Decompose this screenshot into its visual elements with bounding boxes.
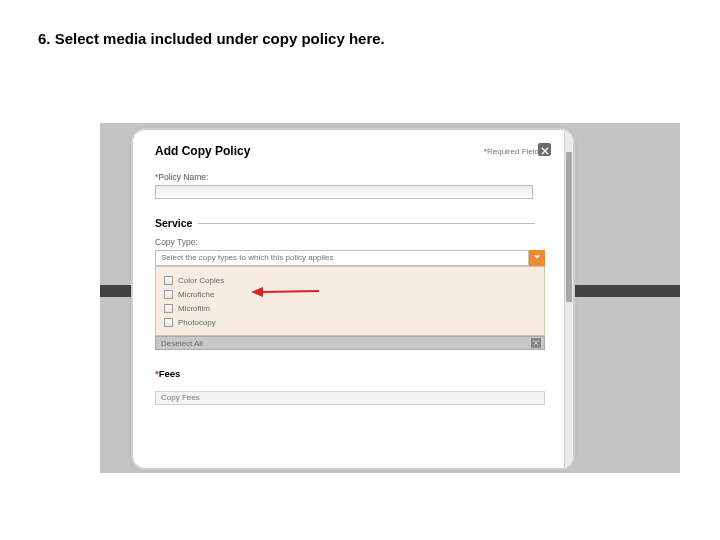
option-photocopy[interactable]: Photocopy xyxy=(164,315,536,329)
scrollbar[interactable] xyxy=(564,130,573,468)
required-fields-text: Required Fields xyxy=(487,147,543,156)
option-label: Color Copies xyxy=(178,276,224,285)
collapse-button[interactable] xyxy=(531,338,541,348)
option-microfilm[interactable]: Microfilm xyxy=(164,301,536,315)
close-icon xyxy=(541,141,549,159)
fees-section-label: *Fees xyxy=(155,368,563,379)
modal-header: Add Copy Policy *Required Fields xyxy=(155,144,563,158)
option-microfiche[interactable]: Microfiche xyxy=(164,287,536,301)
option-color-copies[interactable]: Color Copies xyxy=(164,273,536,287)
checkbox[interactable] xyxy=(164,276,173,285)
section-service-title: Service xyxy=(155,217,192,229)
dropdown-placeholder: Select the copy types to which this poli… xyxy=(155,250,529,266)
checkbox[interactable] xyxy=(164,318,173,327)
collapse-icon xyxy=(533,339,539,348)
modal-title: Add Copy Policy xyxy=(155,144,250,158)
required-fields-note: *Required Fields xyxy=(484,147,543,156)
policy-name-label: *Policy Name: xyxy=(155,172,563,182)
scrollbar-thumb[interactable] xyxy=(566,152,572,302)
copy-type-label: Copy Type: xyxy=(155,237,563,247)
modal-add-copy-policy: Add Copy Policy *Required Fields *Policy… xyxy=(131,128,575,470)
option-label: Microfiche xyxy=(178,290,214,299)
section-service: Service xyxy=(155,217,535,229)
close-button[interactable] xyxy=(538,143,551,156)
checkbox[interactable] xyxy=(164,304,173,313)
policy-name-input[interactable] xyxy=(155,185,533,199)
copy-fees-label: Copy Fees xyxy=(161,393,200,402)
divider xyxy=(198,223,535,224)
dropdown-toggle[interactable] xyxy=(529,250,545,266)
checkbox[interactable] xyxy=(164,290,173,299)
option-label: Microfilm xyxy=(178,304,210,313)
copy-type-dropdown[interactable]: Select the copy types to which this poli… xyxy=(155,250,545,266)
copy-fees-row: Copy Fees xyxy=(155,391,545,405)
modal-body: Add Copy Policy *Required Fields *Policy… xyxy=(155,144,563,468)
step-caption: 6. Select media included under copy poli… xyxy=(38,30,385,47)
deselect-all-label: Deselect All xyxy=(161,339,203,348)
option-label: Photocopy xyxy=(178,318,216,327)
fees-text: Fees xyxy=(159,368,181,379)
copy-type-options: Color Copies Microfiche Microfilm Photoc… xyxy=(155,266,545,336)
chevron-down-icon xyxy=(533,253,541,263)
policy-name-text: Policy Name: xyxy=(158,172,208,182)
deselect-all-button[interactable]: Deselect All xyxy=(155,336,545,350)
